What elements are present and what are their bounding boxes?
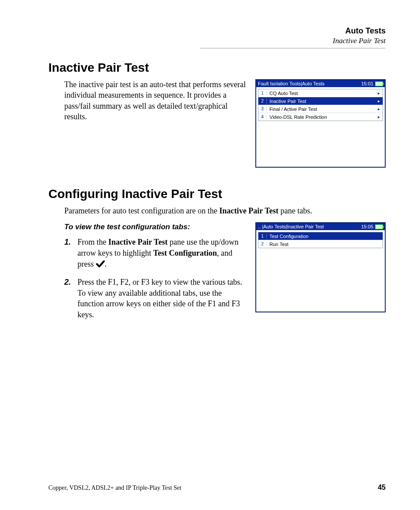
bold-text: Inactive Pair Test — [108, 238, 168, 246]
screen1-time: 15:01 — [361, 81, 373, 86]
step-list: From the Inactive Pair Test pane use the… — [64, 237, 386, 320]
menu-item-number: 3 — [258, 106, 267, 111]
page-footer: Copper, VDSL2, ADSL2+ and IP Triple-Play… — [48, 484, 386, 492]
section-1-body: Fault Isolation Tools|Auto Tests 15:01 1… — [48, 79, 386, 170]
menu-item-number: 4 — [258, 114, 267, 119]
chevron-right-icon: ▸ — [376, 91, 383, 95]
text: . — [105, 260, 107, 268]
screen1-titlebar: Fault Isolation Tools|Auto Tests 15:01 — [256, 80, 385, 87]
bold-text: Inactive Pair Test — [219, 206, 279, 215]
page: Auto Tests Inactive Pair Test Inactive P… — [0, 0, 420, 510]
text: pane tabs. — [279, 206, 312, 215]
menu-item-final-active-pair-test[interactable]: 3 Final / Active Pair Test ▸ — [258, 105, 383, 113]
heading-inactive-pair-test: Inactive Pair Test — [48, 61, 386, 75]
menu-item-inactive-pair-test[interactable]: 2 Inactive Pair Test ▸ — [258, 97, 383, 105]
footer-product-name: Copper, VDSL2, ADSL2+ and IP Triple-Play… — [48, 484, 378, 492]
screen2-time: 15:05 — [361, 224, 373, 229]
menu-item-label: Video-DSL Rate Prediction — [267, 114, 376, 120]
text: Parameters for auto test configuration a… — [64, 206, 219, 215]
menu-item-video-dsl-rate-prediction[interactable]: 4 Video-DSL Rate Prediction ▸ — [258, 113, 383, 121]
chevron-right-icon: ▸ — [376, 114, 383, 119]
screen1-blank-area — [258, 121, 383, 165]
device-screen-1: Fault Isolation Tools|Auto Tests 15:01 1… — [255, 79, 386, 168]
chevron-right-icon: ▸ — [376, 106, 383, 111]
bold-text: Test Configuration — [153, 249, 217, 257]
section-2-intro: Parameters for auto test configuration a… — [64, 205, 386, 216]
screen2-titlebar: .. |Auto Tests|Inactive Pair Test 15:05 — [256, 223, 385, 230]
running-header: Auto Tests Inactive Pair Test — [48, 26, 386, 45]
menu-item-label: Inactive Pair Test — [267, 99, 376, 104]
check-icon — [96, 260, 105, 271]
footer-page-number: 45 — [378, 484, 386, 492]
menu-item-label: CQ Auto Test — [267, 91, 376, 96]
step-2: Press the F1, F2, or F3 key to view the … — [64, 277, 386, 320]
battery-icon — [375, 224, 383, 229]
screen1-body: 1 CQ Auto Test ▸ 2 Inactive Pair Test ▸ … — [256, 87, 385, 167]
heading-configuring-inactive-pair-test: Configuring Inactive Pair Test — [48, 187, 386, 201]
step-1: From the Inactive Pair Test pane use the… — [64, 237, 386, 270]
screen1-menu: 1 CQ Auto Test ▸ 2 Inactive Pair Test ▸ … — [258, 89, 383, 121]
header-rule — [200, 48, 386, 48]
figure-auto-tests-menu: Fault Isolation Tools|Auto Tests 15:01 1… — [255, 79, 386, 168]
battery-icon — [375, 81, 383, 86]
menu-item-label: Final / Active Pair Test — [267, 106, 376, 112]
menu-item-cq-auto-test[interactable]: 1 CQ Auto Test ▸ — [258, 89, 383, 97]
header-chapter: Auto Tests — [48, 26, 386, 36]
menu-item-number: 1 — [258, 91, 267, 95]
menu-item-number: 2 — [258, 99, 267, 103]
text: From the — [77, 238, 108, 246]
chevron-right-icon: ▸ — [376, 99, 383, 103]
header-section: Inactive Pair Test — [48, 37, 386, 45]
screen1-title: Fault Isolation Tools|Auto Tests — [258, 81, 361, 86]
section-2-body: .. |Auto Tests|Inactive Pair Test 15:05 … — [48, 222, 386, 327]
screen2-title: .. |Auto Tests|Inactive Pair Test — [258, 224, 361, 229]
paragraph: Parameters for auto test configuration a… — [64, 205, 386, 216]
